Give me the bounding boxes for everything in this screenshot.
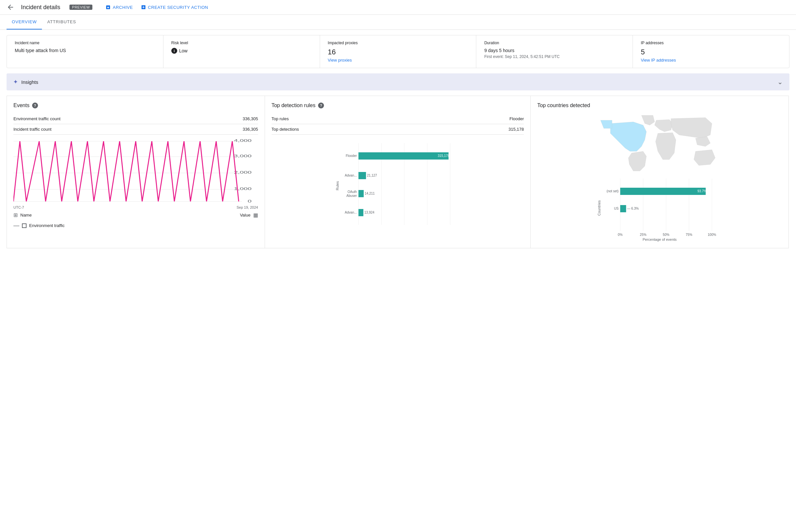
detection-rules-help-icon[interactable]: ? — [318, 102, 324, 109]
svg-text:14,211: 14,211 — [365, 192, 375, 195]
detection-stats-table: Top rules Flooder Top detections 315,178 — [271, 114, 524, 135]
archive-icon — [106, 5, 111, 10]
duration-section: Duration 9 days 5 hours First event: Sep… — [476, 35, 633, 68]
env-traffic-label: Environment traffic count — [14, 114, 198, 124]
top-detections-row: Top detections 315,178 — [271, 124, 524, 135]
ip-label: IP addresses — [641, 41, 781, 45]
svg-text:93.7%: 93.7% — [697, 189, 706, 193]
risk-level-value: i Low — [171, 48, 312, 54]
top-detections-value: 315,178 — [433, 124, 524, 135]
svg-text:Abuser: Abuser — [346, 194, 357, 197]
row-expand-icon: — — [14, 222, 19, 229]
detection-bar-svg: Rules Flooder 315,178 Advan... 21,127 OA… — [271, 140, 524, 232]
x-start-label: UTC-7 — [14, 205, 24, 209]
tab-attributes[interactable]: ATTRIBUTES — [42, 15, 81, 30]
insights-label: Insights — [21, 79, 38, 85]
incident-traffic-label: Incident traffic count — [14, 124, 198, 135]
events-table-header: ⊞ Name Value ▦ — [14, 209, 258, 221]
proxies-label: Impacted proxies — [328, 41, 469, 45]
svg-text:13,924: 13,924 — [364, 211, 374, 214]
detection-rules-title: Top detection rules ? — [271, 102, 524, 109]
svg-text:25%: 25% — [640, 233, 647, 236]
x-end-label: Sep 19, 2024 — [236, 205, 258, 209]
header: Incident details PREVIEW ARCHIVE CREATE … — [0, 0, 796, 15]
env-traffic-row: Environment traffic count 336,305 — [14, 114, 258, 124]
events-help-icon[interactable]: ? — [32, 102, 38, 109]
svg-text:0: 0 — [248, 199, 251, 204]
risk-info-icon: i — [171, 48, 177, 54]
events-title: Events ? — [14, 102, 258, 109]
back-button[interactable] — [6, 3, 14, 11]
proxies-value: 16 — [328, 48, 469, 56]
risk-level-section: Risk level i Low — [164, 35, 320, 68]
svg-rect-44 — [621, 205, 626, 212]
env-traffic-bottom-label: Environment traffic — [29, 223, 64, 228]
ip-value: 5 — [641, 48, 781, 56]
tabs: OVERVIEW ATTRIBUTES — [0, 15, 796, 30]
view-ip-addresses-link[interactable]: View IP addresses — [641, 58, 781, 62]
svg-text:(not set): (not set) — [607, 189, 619, 193]
insights-left: ✦ Insights — [13, 78, 38, 86]
chart-columns-icon: ▦ — [253, 212, 258, 218]
duration-value: 9 days 5 hours — [484, 48, 625, 53]
table-header-left: ⊞ Name — [14, 212, 32, 218]
archive-button[interactable]: ARCHIVE — [106, 5, 133, 10]
risk-text: Low — [179, 48, 188, 53]
ip-addresses-section: IP addresses 5 View IP addresses — [633, 35, 789, 68]
svg-text:315,178: 315,178 — [438, 154, 450, 157]
env-traffic-value: 336,305 — [198, 114, 258, 124]
svg-text:21,127: 21,127 — [367, 174, 377, 177]
impacted-proxies-section: Impacted proxies 16 View proxies — [320, 35, 477, 68]
insights-bar[interactable]: ✦ Insights ⌄ — [6, 73, 790, 90]
charts-section: Events ? Environment traffic count 336,3… — [0, 96, 796, 248]
line-chart-svg: 4,000 3,000 2,000 1,000 0 — [14, 138, 258, 204]
countries-bar-svg: Countries 0% 25% 50% 75% 100% (not set) … — [537, 175, 782, 241]
create-security-icon — [141, 5, 146, 10]
insights-chevron-down-icon: ⌄ — [777, 78, 783, 86]
incident-name-label: Incident name — [15, 41, 155, 45]
preview-badge: PREVIEW — [70, 5, 92, 10]
chart-x-labels: UTC-7 Sep 19, 2024 — [14, 205, 258, 209]
duration-label: Duration — [484, 41, 625, 45]
events-line-chart: 4,000 3,000 2,000 1,000 0 — [14, 138, 258, 204]
events-stats-table: Environment traffic count 336,305 Incide… — [14, 114, 258, 135]
top-countries-panel: Top countries detected — [530, 96, 789, 248]
svg-text:Advan...: Advan... — [345, 174, 357, 177]
svg-text:3,000: 3,000 — [234, 154, 251, 158]
table-value-col: Value — [240, 213, 250, 217]
header-actions: ARCHIVE CREATE SECURITY ACTION — [106, 5, 208, 10]
svg-text:1,000: 1,000 — [234, 187, 251, 191]
page-title: Incident details — [21, 4, 60, 11]
incident-info-card: Incident name Multi type attack from US … — [6, 35, 790, 68]
table-name-col: Name — [20, 213, 32, 217]
flooder-col: Flooder — [433, 114, 524, 124]
events-panel: Events ? Environment traffic count 336,3… — [6, 96, 265, 248]
view-proxies-link[interactable]: View proxies — [328, 58, 469, 62]
create-security-action-button[interactable]: CREATE SECURITY ACTION — [141, 5, 208, 10]
row-checkbox[interactable] — [22, 223, 26, 228]
tab-overview[interactable]: OVERVIEW — [6, 15, 42, 30]
first-event-text: First event: Sep 11, 2024, 5:42:51 PM UT… — [484, 54, 625, 59]
svg-rect-20 — [358, 172, 366, 179]
svg-text:Flooder: Flooder — [346, 154, 357, 157]
create-security-action-label: CREATE SECURITY ACTION — [148, 5, 208, 10]
svg-text:4,000: 4,000 — [234, 138, 251, 143]
svg-rect-24 — [358, 190, 364, 197]
svg-rect-27 — [358, 209, 363, 216]
world-map — [537, 114, 782, 173]
incident-traffic-row: Incident traffic count 336,305 — [14, 124, 258, 135]
svg-text:Rules: Rules — [336, 181, 339, 190]
svg-text:2,000: 2,000 — [234, 170, 251, 175]
top-rules-col: Top rules — [271, 114, 433, 124]
svg-text:Countries: Countries — [598, 200, 602, 216]
svg-rect-17 — [358, 152, 449, 159]
svg-text:100%: 100% — [708, 233, 716, 236]
incident-name-section: Incident name Multi type attack from US — [7, 35, 164, 68]
svg-rect-41 — [621, 188, 706, 195]
svg-text:— 6.3%: — 6.3% — [627, 207, 639, 210]
world-map-svg — [537, 114, 782, 173]
detection-rules-panel: Top detection rules ? Top rules Flooder … — [265, 96, 531, 248]
svg-text:US: US — [614, 207, 619, 210]
risk-level-label: Risk level — [171, 41, 312, 45]
insights-sparkle-icon: ✦ — [13, 78, 18, 86]
